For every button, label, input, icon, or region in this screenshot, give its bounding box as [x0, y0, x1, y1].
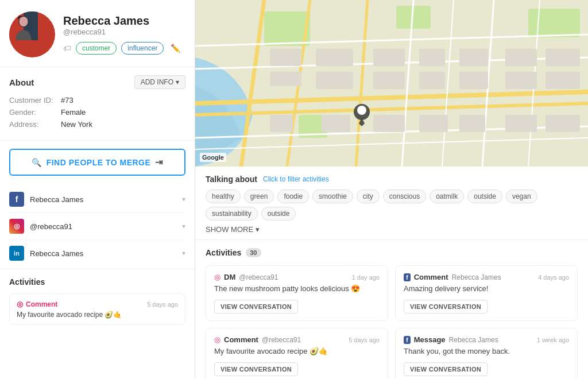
instagram-icon: ◎	[214, 335, 220, 344]
act-type: DM	[224, 273, 235, 281]
talking-header: Talking about Click to filter activities	[206, 175, 578, 184]
activity-grid: ◎ DM @rebecca91 1 day ago The new mushro…	[206, 265, 578, 379]
act-text: My favourite avocado recipe 🥑🤙	[214, 346, 380, 357]
svg-rect-27	[546, 72, 580, 89]
instagram-account[interactable]: ◎ @rebecca91 ▾	[9, 213, 185, 240]
svg-rect-29	[546, 115, 580, 132]
instagram-icon: ◎	[214, 273, 220, 281]
instagram-icon: ◎	[9, 219, 24, 234]
linkedin-icon: in	[9, 246, 24, 261]
address-row: Address: New York	[9, 120, 185, 129]
customer-id-label: Customer ID:	[9, 96, 61, 105]
social-section: f Rebecca James ▾ ◎ @rebecca91 ▾ in Rebe…	[0, 184, 195, 269]
act-handle: Rebecca James	[452, 273, 501, 281]
search-icon: 🔍	[32, 158, 42, 167]
filter-link[interactable]: Click to filter activities	[263, 175, 329, 183]
svg-rect-17	[419, 72, 445, 89]
act-time: 4 days ago	[538, 274, 569, 281]
chevron-icon: ▾	[182, 222, 185, 230]
svg-rect-12	[316, 72, 353, 89]
sidebar-activity-card: ◎ Comment 5 days ago My favourite avocad…	[9, 293, 185, 325]
show-more-button[interactable]: SHOW MORE ▾	[206, 225, 578, 234]
topic-tag[interactable]: outside	[261, 207, 296, 221]
facebook-account[interactable]: f Rebecca James ▾	[9, 186, 185, 213]
chevron-down-icon: ▾	[256, 225, 260, 234]
svg-rect-23	[459, 115, 485, 132]
activity-card: f Comment Rebecca James 4 days ago Amazi…	[395, 265, 578, 321]
view-conversation-button[interactable]: VIEW CONVERSATION	[404, 300, 488, 314]
address-value: New York	[61, 120, 92, 129]
svg-rect-18	[459, 72, 488, 89]
add-info-button[interactable]: ADD INFO ▾	[134, 75, 185, 89]
topic-tag[interactable]: healthy	[206, 190, 241, 203]
talking-section: Talking about Click to filter activities…	[195, 167, 588, 240]
topic-tag[interactable]: conscious	[383, 190, 426, 203]
topic-tag[interactable]: foodie	[277, 190, 309, 203]
chevron-icon: ▾	[182, 249, 185, 257]
linkedin-name: Rebecca James	[30, 249, 176, 258]
activities-main-header: Activities 30	[206, 248, 578, 257]
svg-rect-22	[419, 115, 448, 132]
svg-rect-11	[316, 49, 353, 66]
svg-rect-26	[546, 49, 580, 66]
activities-main-title: Activities	[206, 248, 241, 257]
activity-card: ◎ Comment @rebecca91 5 days ago My favou…	[206, 328, 388, 379]
tags-row: 🏷 customer influencer ✏️	[63, 42, 185, 55]
profile-handle: @rebecca91	[63, 28, 185, 36]
chevron-down-icon: ▾	[176, 78, 179, 86]
address-label: Address:	[9, 120, 61, 129]
find-merge-button[interactable]: 🔍 FIND PEOPLE TO MERGE ⇥	[9, 149, 185, 176]
right-panel: Google Talking about Click to filter act…	[195, 0, 588, 379]
activities-main: Activities 30 ◎ DM @rebecca91 1 day ago …	[195, 240, 588, 379]
customer-id-row: Customer ID: #73	[9, 96, 185, 105]
instagram-small-icon: ◎	[17, 300, 23, 308]
act-type: Message	[414, 335, 446, 344]
map-container: Google	[195, 0, 588, 167]
svg-rect-19	[270, 115, 293, 132]
facebook-icon: f	[404, 336, 411, 344]
act-time: 5 days ago	[349, 337, 380, 343]
svg-rect-13	[373, 49, 405, 66]
act-text: Amazing delivery service!	[404, 284, 569, 294]
talking-title: Talking about	[206, 175, 257, 184]
act-type: Comment	[414, 273, 448, 281]
customer-tag[interactable]: customer	[76, 42, 117, 55]
view-conversation-button[interactable]: VIEW CONVERSATION	[214, 362, 298, 376]
topic-tag[interactable]: smoothie	[312, 190, 353, 203]
influencer-tag[interactable]: influencer	[121, 42, 164, 55]
edit-icon[interactable]: ✏️	[171, 44, 180, 53]
view-conversation-button[interactable]: VIEW CONVERSATION	[214, 300, 298, 314]
act-handle: @rebecca91	[239, 273, 278, 281]
about-title: About	[9, 78, 34, 87]
topic-tag[interactable]: green	[244, 190, 274, 203]
view-conversation-button[interactable]: VIEW CONVERSATION	[404, 362, 488, 376]
topic-tag[interactable]: sustainability	[206, 207, 258, 221]
linkedin-account[interactable]: in Rebecca James ▾	[9, 240, 185, 266]
avatar	[9, 11, 55, 57]
activity-type-label: ◎ Comment	[17, 300, 57, 308]
svg-point-31	[357, 106, 366, 115]
act-text: The new mushroom patty looks delicious 😍	[214, 284, 380, 294]
sidebar-activities: Activities ◎ Comment 5 days ago My favou…	[0, 269, 195, 333]
facebook-name: Rebecca James	[30, 195, 176, 204]
instagram-handle: @rebecca91	[30, 222, 176, 231]
topic-tag[interactable]: vegan	[506, 190, 537, 203]
gender-row: Gender: Female	[9, 108, 185, 117]
act-type: Comment	[224, 335, 258, 344]
profile-header: Rebecca James @rebecca91 🏷 customer infl…	[0, 0, 195, 67]
chevron-icon: ▾	[182, 195, 185, 203]
svg-rect-7	[528, 9, 580, 37]
svg-rect-9	[270, 49, 301, 66]
topic-tag[interactable]: oatmilk	[430, 190, 464, 203]
topic-tag[interactable]: city	[357, 190, 380, 203]
profile-name: Rebecca James	[63, 14, 185, 28]
activity-time: 5 days ago	[147, 301, 178, 308]
tag-icon: 🏷	[63, 44, 71, 53]
svg-rect-24	[505, 49, 537, 66]
svg-rect-10	[270, 72, 301, 86]
topic-tag[interactable]: outside	[467, 190, 502, 203]
svg-rect-21	[373, 115, 405, 132]
svg-rect-16	[373, 72, 405, 89]
gender-value: Female	[61, 108, 86, 117]
activity-card: f Message Rebecca James 1 week ago Thank…	[395, 328, 578, 379]
